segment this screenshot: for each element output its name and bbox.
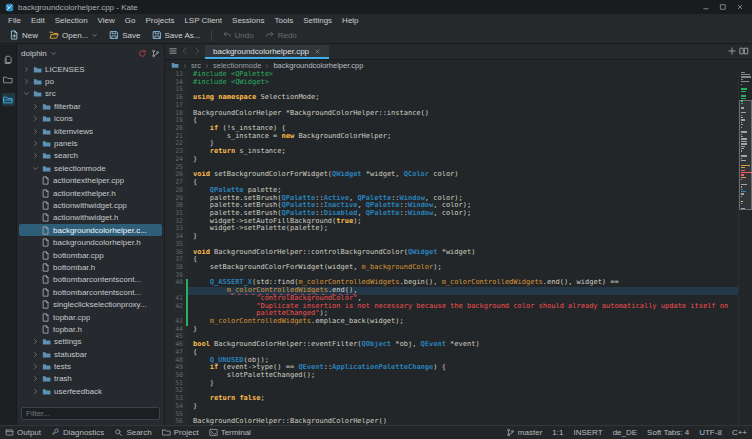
menu-selection[interactable]: Selection [50,16,93,25]
status-soft-tabs-4[interactable]: Soft Tabs: 4 [647,428,689,437]
tree-item-backgroundcolorhelper-h[interactable]: backgroundcolorhelper.h [19,236,162,248]
menu-settings[interactable]: Settings [298,16,337,25]
tree-item-panels[interactable]: panels [19,137,162,149]
line-text: return s_instance; [188,148,738,156]
line-number[interactable]: 56 [165,418,188,425]
status-master[interactable]: master [506,428,542,437]
filesystem-toolview-button[interactable] [2,73,15,86]
tree-item-singleclickselectionproxy[interactable]: singleclickselectionproxy... [19,298,162,310]
minimize-button[interactable] [699,2,713,13]
chevron-right-icon[interactable] [32,128,39,135]
tree-item-actiontexthelper-cpp[interactable]: actiontexthelper.cpp [19,175,162,187]
minimap-scrollbar[interactable] [738,71,752,425]
status-output[interactable]: Output [5,428,41,437]
project-selector[interactable]: dolphin [21,49,135,58]
save-button[interactable]: Save [104,28,145,42]
tree-item-po[interactable]: po [19,75,162,87]
project-toolview-button[interactable] [2,93,15,106]
menu-sessions[interactable]: Sessions [227,16,269,25]
file-icon [41,325,50,334]
menu-tools[interactable]: Tools [270,16,299,25]
status-insert[interactable]: INSERT [573,428,602,437]
menu-projects[interactable]: Projects [140,16,179,25]
chevron-right-icon[interactable] [32,363,39,370]
status-1-1[interactable]: 1:1 [552,428,563,437]
chevron-right-icon[interactable] [32,140,39,147]
tree-item-selectionmode[interactable]: selectionmode [19,162,162,174]
menu-help[interactable]: Help [337,16,363,25]
breadcrumb-item-selectionmode[interactable]: selectionmode [213,61,261,70]
new-button[interactable]: New [4,28,43,42]
tree-item-icons[interactable]: icons [19,113,162,125]
tree-item-licenses[interactable]: LICENSES [19,63,162,75]
tree-item-tests[interactable]: tests [19,360,162,372]
documents-list-button[interactable] [168,46,178,58]
menu-go[interactable]: Go [120,16,141,25]
menu-lsp-client[interactable]: LSP Client [179,16,227,25]
tree-item-settings[interactable]: settings [19,336,162,348]
tree-item-src[interactable]: src [19,88,162,100]
nav-forward-button[interactable] [192,46,202,58]
chevron-down-icon[interactable] [23,90,30,97]
status-terminal[interactable]: Terminal [209,428,251,437]
status-utf-8[interactable]: UTF-8 [699,428,722,437]
maximize-button[interactable] [716,2,730,13]
tree-item-bottombar-cpp[interactable]: bottombar.cpp [19,249,162,261]
menu-file[interactable]: File [3,16,26,25]
tree-item-search[interactable]: search [19,150,162,162]
split-view-button[interactable] [739,46,749,58]
tree-item-topbar-h[interactable]: topbar.h [19,323,162,335]
open-button[interactable]: Open... [44,28,103,42]
tree-item-actionwithwidget-h[interactable]: actionwithwidget.h [19,212,162,224]
tree-item-label: backgroundcolorhelper.h [53,238,141,247]
tree-item-filterbar[interactable]: filterbar [19,100,162,112]
chevron-right-icon[interactable] [32,152,39,159]
tab-backgroundcolorhelper-cpp[interactable]: backgroundcolorhelper.cpp [205,45,329,59]
chevron-down-icon[interactable] [32,165,39,172]
redo-button[interactable]: Redo [260,28,302,42]
git-branch-icon[interactable] [151,49,160,58]
line-number[interactable]: 42 [165,303,188,311]
filter-input[interactable] [21,407,160,420]
line-text: bool BackgroundColorHelper::eventFilter(… [188,341,738,349]
chevron-right-icon[interactable] [32,338,39,345]
minimap-view-region[interactable] [739,100,752,210]
chevron-right-icon[interactable] [32,115,39,122]
tree-item-actiontexthelper-h[interactable]: actiontexthelper.h [19,187,162,199]
tree-item-bottombar-h[interactable]: bottombar.h [19,261,162,273]
close-icon[interactable] [314,48,321,55]
tree-item-bottombarcontentscont[interactable]: bottombarcontentscont... [19,286,162,298]
tree-item-topbar-cpp[interactable]: topbar.cpp [19,311,162,323]
close-button[interactable] [733,2,747,13]
chevron-right-icon[interactable] [32,351,39,358]
chevron-right-icon[interactable] [32,375,39,382]
undo-button[interactable]: Undo [217,28,259,42]
status-c[interactable]: C++ [732,428,747,437]
nav-back-button[interactable] [180,46,190,58]
chevron-right-icon[interactable] [32,388,39,395]
chevron-right-icon[interactable] [23,78,30,85]
line-number[interactable]: 40 [165,279,188,287]
documents-toolview-button[interactable] [2,53,15,66]
menu-edit[interactable]: Edit [26,16,50,25]
tree-item-trash[interactable]: trash [19,373,162,385]
status-project[interactable]: Project [162,428,199,437]
chevron-right-icon[interactable] [23,66,30,73]
status-de-de[interactable]: de_DE [613,428,637,437]
status-diagnostics[interactable]: Diagnostics [51,428,104,437]
tree-item-kitemviews[interactable]: kitemviews [19,125,162,137]
breadcrumb-item-backgroundcolorhelper-cpp[interactable]: backgroundcolorhelper.cpp [273,61,363,70]
tree-item-backgroundcolorhelper-c[interactable]: backgroundcolorhelper.c... [19,224,162,236]
tree-item-userfeedback[interactable]: userfeedback [19,385,162,397]
new-tab-button[interactable] [727,46,737,58]
tree-item-bottombarcontentscont[interactable]: bottombarcontentscont... [19,274,162,286]
tree-item-actionwithwidget-cpp[interactable]: actionwithwidget.cpp [19,199,162,211]
save-as-button[interactable]: Save As... [147,28,206,42]
code-view[interactable]: 13#include <QPalette>14#include <QWidget… [165,71,738,425]
status-search[interactable]: Search [114,428,151,437]
breadcrumb-item-src[interactable]: src [191,61,201,70]
tree-item-statusbar[interactable]: statusbar [19,348,162,360]
chevron-right-icon[interactable] [32,103,39,110]
menu-view[interactable]: View [93,16,120,25]
refresh-icon[interactable] [138,49,147,58]
